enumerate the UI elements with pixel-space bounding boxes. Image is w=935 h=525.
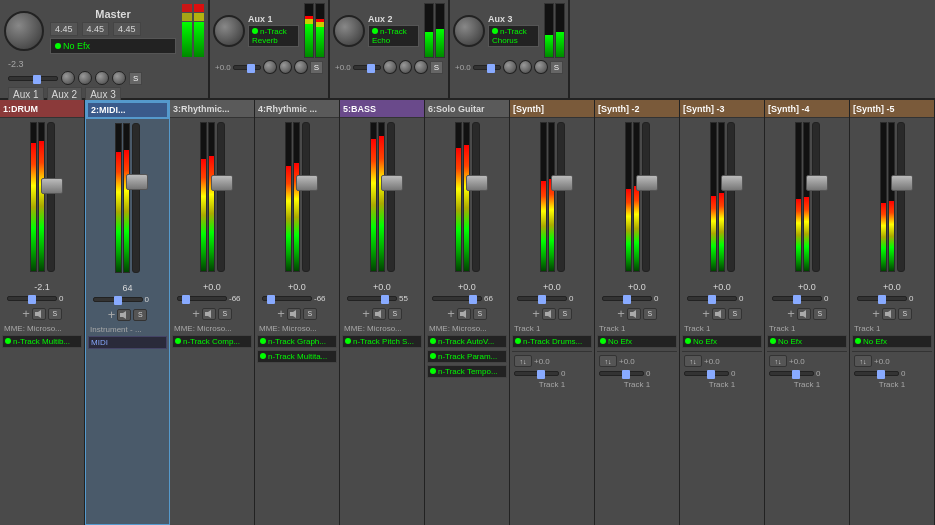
channel-pan-slider[interactable] xyxy=(857,296,907,301)
aux3-knob-sm1[interactable] xyxy=(503,60,516,74)
aux2-knob-sm2[interactable] xyxy=(399,60,412,74)
channel-add-btn[interactable]: + xyxy=(362,306,370,321)
fader-handle[interactable] xyxy=(551,175,573,191)
fader-handle[interactable] xyxy=(721,175,743,191)
synth-pan-slider[interactable] xyxy=(769,371,814,376)
master-efx[interactable]: No Efx xyxy=(50,38,176,54)
channel-efx-line[interactable]: No Efx xyxy=(682,335,762,348)
fader-track[interactable] xyxy=(217,122,225,272)
synth-pan-slider[interactable] xyxy=(684,371,729,376)
channel-add-btn[interactable]: + xyxy=(192,306,200,321)
fader-track[interactable] xyxy=(642,122,650,272)
aux1-knob-sm2[interactable] xyxy=(279,60,292,74)
channel-efx-line[interactable]: n-Track Drums... xyxy=(512,335,592,348)
channel-efx-line[interactable]: n-Track Comp... xyxy=(172,335,252,348)
aux2-btn-s[interactable]: S xyxy=(430,61,443,74)
channel-add-btn[interactable]: + xyxy=(702,306,710,321)
fader-handle[interactable] xyxy=(41,178,63,194)
channel-efx-line[interactable]: n-Track Pitch S... xyxy=(342,335,422,348)
channel-add-btn[interactable]: + xyxy=(617,306,625,321)
channel-pan-slider[interactable] xyxy=(262,296,312,301)
channel-efx-line[interactable]: n-Track Param... xyxy=(427,350,507,363)
aux2-knob[interactable] xyxy=(333,15,365,47)
aux1-pan[interactable] xyxy=(233,65,262,70)
channel-pan-slider[interactable] xyxy=(602,296,652,301)
fader-track[interactable] xyxy=(132,123,140,273)
synth-send-btn[interactable]: ↑↓ xyxy=(854,355,872,367)
channel-instrument[interactable]: MIDI xyxy=(88,336,167,349)
channel-pan-slider[interactable] xyxy=(7,296,57,301)
aux2-efx[interactable]: n-Track Echo xyxy=(368,25,419,47)
fader-handle[interactable] xyxy=(466,175,488,191)
synth-send-btn[interactable]: ↑↓ xyxy=(684,355,702,367)
channel-mute-btn[interactable] xyxy=(457,308,471,320)
synth-pan-slider[interactable] xyxy=(854,371,899,376)
channel-mute-btn[interactable] xyxy=(712,308,726,320)
aux1-knob-sm1[interactable] xyxy=(263,60,276,74)
channel-solo-btn[interactable]: S xyxy=(303,308,317,320)
aux1-knob-sm3[interactable] xyxy=(294,60,307,74)
aux1-knob[interactable] xyxy=(213,15,245,47)
channel-add-btn[interactable]: + xyxy=(108,307,116,322)
master-pan-slider[interactable] xyxy=(8,76,58,81)
fader-handle[interactable] xyxy=(126,174,148,190)
aux1-efx[interactable]: n-Track Reverb xyxy=(248,25,299,47)
aux3-knob-sm2[interactable] xyxy=(519,60,532,74)
channel-mute-btn[interactable] xyxy=(32,308,46,320)
master-knob[interactable] xyxy=(4,11,44,51)
channel-add-btn[interactable]: + xyxy=(447,306,455,321)
synth-send-btn[interactable]: ↑↓ xyxy=(514,355,532,367)
fader-track[interactable] xyxy=(387,122,395,272)
channel-pan-slider[interactable] xyxy=(687,296,737,301)
fader-handle[interactable] xyxy=(891,175,913,191)
fader-track[interactable] xyxy=(472,122,480,272)
channel-efx-line[interactable]: No Efx xyxy=(852,335,932,348)
fader-track[interactable] xyxy=(897,122,905,272)
synth-send-btn[interactable]: ↑↓ xyxy=(769,355,787,367)
master-small-knob3[interactable] xyxy=(95,71,109,85)
channel-mute-btn[interactable] xyxy=(797,308,811,320)
channel-mute-btn[interactable] xyxy=(627,308,641,320)
fader-handle[interactable] xyxy=(806,175,828,191)
channel-mute-btn[interactable] xyxy=(542,308,556,320)
channel-solo-btn[interactable]: S xyxy=(473,308,487,320)
fader-track[interactable] xyxy=(727,122,735,272)
master-btn-s[interactable]: S xyxy=(129,72,142,85)
aux1-btn-s[interactable]: S xyxy=(310,61,323,74)
channel-solo-btn[interactable]: S xyxy=(813,308,827,320)
channel-solo-btn[interactable]: S xyxy=(218,308,232,320)
channel-efx-line[interactable]: n-Track Multita... xyxy=(257,350,337,363)
channel-pan-slider[interactable] xyxy=(177,296,227,301)
fader-handle[interactable] xyxy=(296,175,318,191)
channel-pan-slider[interactable] xyxy=(93,297,143,302)
channel-pan-slider[interactable] xyxy=(772,296,822,301)
aux2-pan[interactable] xyxy=(353,65,382,70)
aux3-knob[interactable] xyxy=(453,15,485,47)
fader-handle[interactable] xyxy=(381,175,403,191)
master-small-knob1[interactable] xyxy=(61,71,75,85)
channel-solo-btn[interactable]: S xyxy=(48,308,62,320)
aux3-btn-s[interactable]: S xyxy=(550,61,563,74)
channel-efx-line[interactable]: No Efx xyxy=(597,335,677,348)
channel-pan-slider[interactable] xyxy=(517,296,567,301)
master-small-knob4[interactable] xyxy=(112,71,126,85)
channel-add-btn[interactable]: + xyxy=(872,306,880,321)
channel-efx-line[interactable]: No Efx xyxy=(767,335,847,348)
channel-mute-btn[interactable] xyxy=(882,308,896,320)
aux3-knob-sm3[interactable] xyxy=(534,60,547,74)
fader-track[interactable] xyxy=(47,122,55,272)
channel-add-btn[interactable]: + xyxy=(787,306,795,321)
synth-send-btn[interactable]: ↑↓ xyxy=(599,355,617,367)
channel-pan-slider[interactable] xyxy=(347,296,397,301)
aux3-efx[interactable]: n-Track Chorus xyxy=(488,25,539,47)
channel-efx-line[interactable]: n-Track Multib... xyxy=(2,335,82,348)
channel-mute-btn[interactable] xyxy=(287,308,301,320)
channel-efx-line[interactable]: n-Track Tempo... xyxy=(427,365,507,378)
synth-pan-slider[interactable] xyxy=(514,371,559,376)
fader-track[interactable] xyxy=(302,122,310,272)
channel-add-btn[interactable]: + xyxy=(22,306,30,321)
channel-solo-btn[interactable]: S xyxy=(133,309,147,321)
synth-pan-slider[interactable] xyxy=(599,371,644,376)
fader-handle[interactable] xyxy=(636,175,658,191)
channel-pan-slider[interactable] xyxy=(432,296,482,301)
